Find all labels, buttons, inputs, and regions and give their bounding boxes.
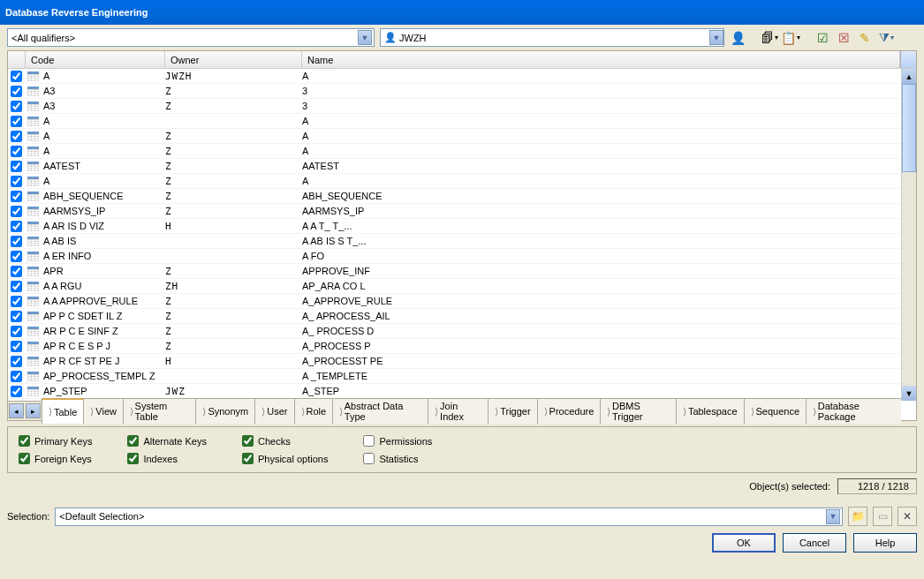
table-icon	[26, 387, 40, 396]
tab-join-index[interactable]: ⟩Join Index	[428, 398, 489, 424]
table-row[interactable]: APRZAPPROVE_INF	[8, 264, 916, 279]
cell-code: A A APPROVE_RULE	[40, 296, 165, 306]
row-checkbox[interactable]	[11, 341, 22, 352]
tab-abstract-data-type[interactable]: ⟩Abstract Data Type	[332, 398, 428, 424]
table-row[interactable]: A3Z3	[8, 84, 916, 99]
scroll-thumb[interactable]	[902, 84, 916, 172]
table-icon	[26, 117, 40, 126]
tab-table[interactable]: ⟩Table	[42, 398, 84, 424]
table-row[interactable]: AP R C E S P JZA_PROCESS P	[8, 339, 916, 354]
deselect-all-icon[interactable]: ☒	[836, 30, 852, 46]
row-checkbox[interactable]	[11, 191, 22, 202]
row-checkbox[interactable]	[11, 131, 22, 142]
row-checkbox[interactable]	[11, 296, 22, 307]
table-row[interactable]: A AB IS A AB IS S T_...	[8, 234, 916, 249]
scroll-up-icon[interactable]: ▲	[902, 69, 916, 84]
row-checkbox[interactable]	[11, 176, 22, 187]
svg-rect-90	[27, 297, 39, 299]
row-checkbox[interactable]	[11, 251, 22, 262]
table-row[interactable]: AZA	[8, 129, 916, 144]
user-combo[interactable]: 👤 JWZH ▼	[380, 28, 724, 47]
table-row[interactable]: AR P C E SINF ZZA_ PROCESS D	[8, 324, 916, 339]
selection-combo[interactable]: <Default Selection> ▼	[55, 508, 843, 526]
funnel-icon[interactable]: ⧩▾	[878, 30, 894, 46]
svg-rect-12	[27, 102, 39, 104]
table-row[interactable]: AATESTZAATEST	[8, 159, 916, 174]
save-selection-button[interactable]: 📁	[848, 507, 867, 526]
row-checkbox[interactable]	[11, 206, 22, 217]
cancel-button[interactable]: Cancel	[783, 533, 846, 553]
table-row[interactable]: A A APPROVE_RULEZA_APPROVE_RULE	[8, 294, 916, 309]
row-checkbox[interactable]	[11, 281, 22, 292]
tab-database-package[interactable]: ⟩Database Package	[806, 398, 901, 424]
tab-tablespace[interactable]: ⟩Tablespace	[676, 398, 745, 424]
table-row[interactable]: A AR IS D VIZHA A T_ T_...	[8, 219, 916, 234]
table-row[interactable]: A3Z3	[8, 99, 916, 114]
tab-procedure[interactable]: ⟩Procedure	[537, 398, 602, 424]
row-checkbox[interactable]	[11, 311, 22, 322]
opt-indexes[interactable]: Indexes	[127, 453, 207, 464]
select-all-icon[interactable]: ☑	[814, 30, 830, 46]
tab-sequence[interactable]: ⟩Sequence	[744, 398, 807, 424]
tabs-scroll-right[interactable]: ▸	[26, 403, 41, 418]
filter-icon[interactable]: ✎	[857, 30, 873, 46]
table-row[interactable]: AJWZHA	[8, 69, 916, 84]
window-title: Database Reverse Engineering	[5, 7, 148, 18]
col-name[interactable]: Name	[302, 51, 900, 68]
opt-physical-options[interactable]: Physical options	[242, 453, 329, 464]
table-row[interactable]: A A RGUZHAP_ARA CO L	[8, 279, 916, 294]
table-row[interactable]: AP_PROCESS_TEMPL ZA _TEMPLETE	[8, 369, 916, 384]
col-code[interactable]: Code	[26, 51, 165, 68]
row-checkbox[interactable]	[11, 371, 22, 382]
opt-alternate-keys[interactable]: Alternate Keys	[127, 435, 207, 447]
paste-icon[interactable]: 📋▾	[783, 30, 799, 46]
table-row[interactable]: AP_STEPJWZA_STEP	[8, 384, 916, 399]
col-owner[interactable]: Owner	[165, 51, 302, 68]
row-checkbox[interactable]	[11, 71, 22, 82]
scroll-down-icon[interactable]: ▼	[902, 386, 916, 401]
opt-checks[interactable]: Checks	[242, 435, 329, 447]
row-checkbox[interactable]	[11, 386, 22, 397]
tab-user[interactable]: ⟩User	[254, 398, 294, 424]
row-checkbox[interactable]	[11, 86, 22, 97]
svg-rect-7	[27, 89, 39, 96]
row-checkbox[interactable]	[11, 161, 22, 172]
ok-button[interactable]: OK	[712, 533, 776, 553]
help-button[interactable]: Help	[853, 533, 917, 553]
row-checkbox[interactable]	[11, 221, 22, 232]
table-row[interactable]: AZA	[8, 144, 916, 159]
clear-selection-button[interactable]: ✕	[897, 507, 917, 526]
vertical-scrollbar[interactable]: ▲ ▼	[901, 69, 916, 401]
tab-system-table[interactable]: ⟩System Table	[123, 398, 196, 424]
opt-permissions[interactable]: Permissions	[363, 435, 432, 447]
user-add-icon[interactable]: 👤	[730, 30, 746, 46]
table-row[interactable]: AARMSYS_IPZAARMSYS_IP	[8, 204, 916, 219]
row-checkbox[interactable]	[11, 116, 22, 127]
opt-foreign-keys[interactable]: Foreign Keys	[19, 453, 92, 464]
row-checkbox[interactable]	[11, 326, 22, 337]
row-checkbox[interactable]	[11, 236, 22, 247]
table-row[interactable]: A ER INFOA FO	[8, 249, 916, 264]
copy-icon[interactable]: 🗐▾	[761, 30, 777, 46]
table-row[interactable]: ABH_SEQUENCEZABH_SEQUENCE	[8, 189, 916, 204]
row-checkbox[interactable]	[11, 356, 22, 367]
table-row[interactable]: AP R CF ST PE JHA_PROCESST PE	[8, 354, 916, 369]
tab-view[interactable]: ⟩View	[83, 398, 124, 424]
row-checkbox[interactable]	[11, 101, 22, 112]
tab-role[interactable]: ⟩Role	[294, 398, 334, 424]
opt-statistics[interactable]: Statistics	[363, 453, 432, 464]
cell-owner: Z	[165, 191, 302, 202]
delete-selection-button[interactable]: ▭	[873, 507, 892, 526]
tab-trigger[interactable]: ⟩Trigger	[488, 398, 537, 424]
table-row[interactable]: AA	[8, 114, 916, 129]
qualifier-combo[interactable]: <All qualifiers> ▼	[7, 28, 375, 47]
row-checkbox[interactable]	[11, 266, 22, 277]
table-row[interactable]: AZA	[8, 174, 916, 189]
tabs-scroll-left[interactable]: ◂	[9, 403, 24, 418]
table-row[interactable]: AP P C SDET IL ZZA_ APROCESS_AIL	[8, 309, 916, 324]
row-checkbox[interactable]	[11, 146, 22, 157]
tab-dbms-trigger[interactable]: ⟩DBMS Trigger	[600, 398, 677, 424]
cell-code: A	[40, 146, 165, 156]
opt-primary-keys[interactable]: Primary Keys	[19, 435, 92, 447]
tab-synonym[interactable]: ⟩Synonym	[195, 398, 255, 424]
